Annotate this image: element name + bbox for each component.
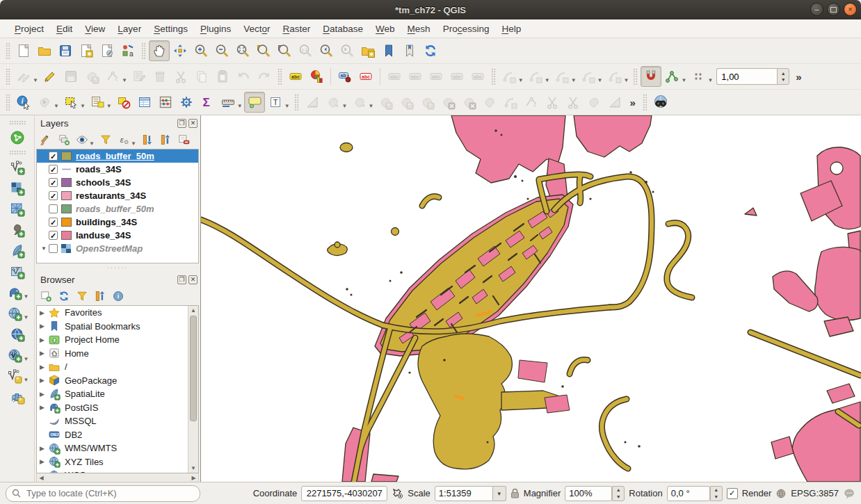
- crs-globe-icon[interactable]: [775, 488, 787, 499]
- browser-vertical-scrollbar[interactable]: ▲ ▼: [188, 306, 198, 473]
- layer-expander-icon[interactable]: ▼: [41, 245, 49, 252]
- layer-item-roads_34s[interactable]: ✓roads_34S: [37, 163, 198, 176]
- enable-snapping-icon[interactable]: [641, 66, 661, 87]
- scale-combobox[interactable]: ▼: [435, 486, 506, 501]
- layer-item-schools_34s[interactable]: ✓schools_34S: [37, 176, 198, 189]
- menu-vector[interactable]: Vector: [237, 21, 276, 37]
- toolbar-grip[interactable]: [6, 94, 10, 111]
- browser-expander-icon[interactable]: ▶: [40, 309, 48, 316]
- snapping-type-icon[interactable]: [688, 66, 709, 87]
- browser-item-xyz-tiles[interactable]: ▶XYZ Tiles: [37, 455, 188, 469]
- browser-expander-icon[interactable]: ▶: [40, 364, 48, 371]
- refresh-map-icon[interactable]: [420, 40, 441, 61]
- magnifier-input[interactable]: [565, 486, 612, 501]
- menu-database[interactable]: Database: [316, 21, 369, 37]
- zoom-last-icon[interactable]: [316, 40, 337, 61]
- add-delimited-text-layer-icon[interactable]: [7, 220, 28, 241]
- toggle-editing-icon[interactable]: [40, 66, 61, 87]
- layer-item-restaurants_34s[interactable]: ✓restaurants_34S: [37, 189, 198, 202]
- identify-features-icon[interactable]: i: [13, 92, 34, 113]
- layer-diagram-icon[interactable]: [306, 66, 327, 87]
- new-print-layout-icon[interactable]: [76, 40, 97, 61]
- data-source-manager-icon[interactable]: [7, 127, 28, 148]
- layer-visibility-checkbox[interactable]: ✓: [49, 231, 58, 240]
- layers-panel-close-icon[interactable]: ✕: [188, 119, 198, 128]
- add-virtual-layer-icon[interactable]: [7, 261, 28, 282]
- add-postgis-layer-icon[interactable]: [4, 282, 25, 303]
- new-shapefile-layer-icon[interactable]: *: [4, 366, 25, 387]
- toolbar-grip[interactable]: [6, 42, 10, 59]
- layer-visibility-checkbox[interactable]: ✓: [49, 178, 58, 187]
- pan-to-selection-icon[interactable]: [170, 40, 191, 61]
- new-temporary-scratch-layer-icon[interactable]: *: [7, 387, 28, 407]
- bookmark-manager-icon[interactable]: [399, 40, 420, 61]
- add-group-icon[interactable]: [56, 131, 72, 148]
- style-manager-icon[interactable]: a: [118, 40, 138, 61]
- layer-item-roads_buffer_50m[interactable]: roads_buffer_50m: [37, 202, 198, 216]
- browser-panel-float-icon[interactable]: ❐: [177, 275, 186, 284]
- render-checkbox[interactable]: ✓: [727, 488, 738, 499]
- browser-panel-close-icon[interactable]: ✕: [188, 275, 198, 284]
- manage-map-themes-icon[interactable]: [74, 131, 90, 148]
- show-layout-manager-icon[interactable]: [97, 40, 118, 61]
- add-spatialite-layer-icon[interactable]: [7, 241, 28, 261]
- menu-plugins[interactable]: Plugins: [194, 21, 237, 37]
- pin-labels-icon[interactable]: ab: [335, 66, 355, 87]
- browser-expander-icon[interactable]: ▶: [40, 336, 48, 343]
- layers-panel-float-icon[interactable]: ❐: [177, 119, 186, 128]
- toolbar-grip[interactable]: [6, 68, 10, 85]
- layer-visibility-checkbox[interactable]: ✓: [49, 165, 58, 174]
- snapping-tolerance-input[interactable]: [716, 68, 777, 85]
- close-button[interactable]: ×: [844, 3, 857, 16]
- zoom-full-icon[interactable]: [232, 40, 253, 61]
- spin-arrows[interactable]: ▲▼: [777, 68, 789, 85]
- show-spatial-bookmarks-icon[interactable]: [378, 40, 399, 61]
- add-wfs-layer-icon[interactable]: [4, 345, 25, 366]
- expand-all-icon[interactable]: [139, 131, 156, 148]
- browser-expander-icon[interactable]: ▶: [40, 377, 48, 384]
- menu-settings[interactable]: Settings: [147, 21, 194, 37]
- add-wcs-layer-icon[interactable]: [7, 324, 28, 345]
- coordinate-input[interactable]: [301, 486, 387, 501]
- layer-item-roads_buffer_50m[interactable]: ✓roads_buffer_50m: [37, 149, 198, 163]
- refresh-browser-icon[interactable]: [56, 288, 72, 304]
- statistical-summary-icon[interactable]: [155, 92, 176, 113]
- topological-editing-icon[interactable]: [661, 66, 682, 87]
- menu-view[interactable]: View: [79, 21, 111, 37]
- add-vector-layer-icon[interactable]: [7, 157, 28, 178]
- layer-visibility-checkbox[interactable]: ✓: [49, 152, 58, 161]
- remove-layer-icon[interactable]: [175, 131, 192, 148]
- add-mesh-layer-icon[interactable]: [7, 199, 28, 220]
- map-tips-icon[interactable]: [244, 92, 265, 113]
- open-layer-styling-icon[interactable]: [38, 131, 54, 148]
- add-raster-layer-icon[interactable]: [7, 178, 28, 199]
- layer-visibility-checkbox[interactable]: ✓: [49, 191, 58, 200]
- browser-item-postgis[interactable]: ▶PostGIS: [37, 401, 188, 415]
- browser-expander-icon[interactable]: ▶: [40, 445, 48, 452]
- browser-expander-icon[interactable]: ▶: [40, 350, 48, 357]
- layer-item-buildings_34s[interactable]: ✓buildings_34S: [37, 216, 198, 229]
- browser-item-spatialite[interactable]: ▶SpatiaLite: [37, 387, 188, 401]
- menu-web[interactable]: Web: [369, 21, 401, 37]
- scroll-down-icon[interactable]: ▼: [188, 464, 198, 473]
- browser-item-geopackage[interactable]: ▶GeoPackage: [37, 374, 188, 388]
- toolbar-grip[interactable]: [491, 68, 496, 85]
- minimize-button[interactable]: –: [810, 3, 823, 16]
- scale-input[interactable]: [435, 486, 493, 501]
- open-project-icon[interactable]: [34, 40, 55, 61]
- browser-properties-icon[interactable]: i: [110, 288, 127, 304]
- zoom-out-icon[interactable]: [211, 40, 232, 61]
- browser-expander-icon[interactable]: ▶: [40, 404, 48, 411]
- filter-legend-icon[interactable]: [97, 131, 114, 148]
- layer-item-openstreetmap[interactable]: ▼OpenStreetMap: [37, 242, 198, 255]
- new-spatial-bookmark-icon[interactable]: [357, 40, 378, 61]
- show-statistics-icon[interactable]: Σ: [197, 92, 218, 113]
- new-project-icon[interactable]: [13, 40, 34, 61]
- messages-icon[interactable]: [843, 488, 855, 499]
- browser-item-mssql[interactable]: MSSQL: [37, 414, 188, 428]
- browser-item-spatial-bookmarks[interactable]: ▶Spatial Bookmarks: [37, 320, 188, 334]
- zoom-to-layer-icon[interactable]: [274, 40, 295, 61]
- magnifier-spinbox[interactable]: ▲▼: [565, 486, 625, 501]
- locate-input[interactable]: [25, 487, 174, 499]
- collapse-all-icon[interactable]: [157, 131, 174, 148]
